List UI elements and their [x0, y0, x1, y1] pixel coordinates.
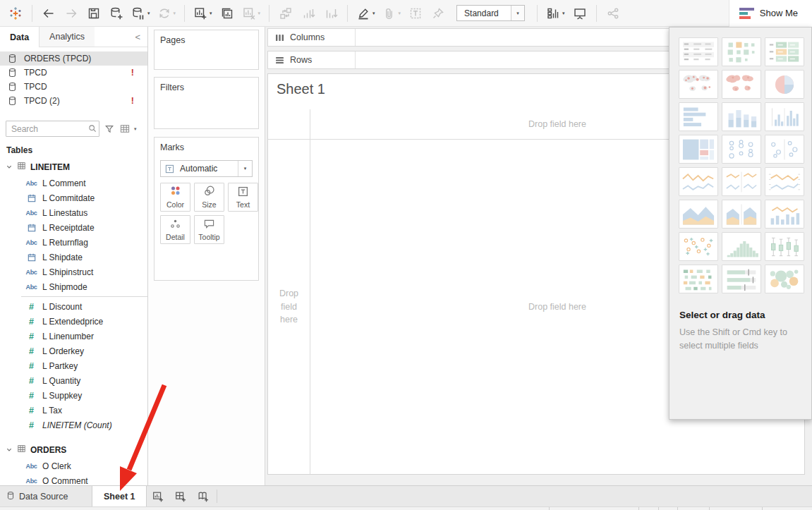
datasource-row[interactable]: TPCD (2) !: [0, 94, 147, 108]
show-me-button[interactable]: Show Me: [729, 0, 812, 27]
showme-stacked-bars-thumbnail[interactable]: [722, 102, 761, 131]
field-row[interactable]: L Shipdate: [0, 250, 147, 265]
field-row[interactable]: # L Extendedprice: [0, 314, 147, 329]
showme-horizontal-bars-thumbnail[interactable]: [679, 102, 718, 131]
presentation-mode-button[interactable]: [571, 3, 589, 24]
showme-pie-chart-thumbnail[interactable]: [765, 70, 804, 99]
field-row[interactable]: L Commitdate: [0, 190, 147, 205]
showme-continuous-area-thumbnail[interactable]: [679, 200, 718, 229]
new-worksheet-button[interactable]: [147, 486, 169, 506]
field-row[interactable]: # L Quantity: [0, 373, 147, 388]
chevron-down-icon: [6, 447, 13, 453]
duplicate-button[interactable]: [218, 3, 236, 24]
showme-treemap-thumbnail[interactable]: [679, 135, 718, 164]
mark-type-dropdown[interactable]: Automatic ▾: [160, 160, 253, 177]
field-row[interactable]: L Receiptdate: [0, 220, 147, 235]
field-row[interactable]: # L Orderkey: [0, 344, 147, 358]
showme-text-table-thumbnail[interactable]: [679, 37, 718, 66]
showme-circle-views-thumbnail[interactable]: [722, 135, 761, 164]
showme-gantt-thumbnail[interactable]: [679, 265, 718, 293]
search-input[interactable]: [6, 121, 99, 137]
showme-highlight-table-thumbnail[interactable]: [765, 37, 804, 66]
field-row[interactable]: # L Linenumber: [0, 329, 147, 344]
status-bar: [0, 506, 812, 510]
collapse-pane-button[interactable]: <: [128, 27, 147, 47]
filters-card[interactable]: Filters: [154, 77, 259, 129]
bottom-tab-bar: Data Source Sheet 1: [0, 485, 812, 506]
tooltip-button[interactable]: Tooltip: [194, 215, 224, 244]
showme-discrete-area-thumbnail[interactable]: [722, 200, 761, 229]
chevron-down-icon: ▾: [562, 11, 565, 16]
measure-field-icon: #: [29, 420, 34, 430]
showme-scatter-plot-thumbnail[interactable]: [679, 232, 718, 261]
field-row[interactable]: # L Tax: [0, 403, 147, 418]
showme-packed-bubbles-thumbnail[interactable]: [765, 265, 804, 293]
showme-dual-lines-thumbnail[interactable]: [765, 167, 804, 196]
toolbar-divider: [184, 5, 185, 22]
tab-data[interactable]: Data: [0, 27, 40, 47]
detail-button[interactable]: Detail: [160, 215, 190, 244]
text-icon: [238, 186, 248, 199]
showme-box-and-whisker-thumbnail[interactable]: [765, 232, 804, 261]
new-worksheet-button[interactable]: ▾: [192, 3, 214, 24]
showme-symbol-map-thumbnail[interactable]: [679, 70, 718, 99]
showme-discrete-lines-thumbnail[interactable]: [722, 167, 761, 196]
chevron-down-icon[interactable]: ▾: [134, 126, 137, 132]
show-hide-cards-button[interactable]: ▾: [545, 3, 566, 24]
undo-button[interactable]: [40, 3, 58, 24]
showme-continuous-lines-thumbnail[interactable]: [679, 167, 718, 196]
datasource-row[interactable]: ORDERS (TPCD) !: [0, 51, 147, 66]
field-row[interactable]: # L Partkey: [0, 358, 147, 373]
showme-dual-combination-thumbnail[interactable]: [765, 200, 804, 229]
showme-heat-map-thumbnail[interactable]: [722, 37, 761, 66]
highlight-button[interactable]: ▾: [355, 3, 377, 24]
size-button[interactable]: Size: [194, 183, 224, 212]
new-story-button[interactable]: [192, 486, 214, 506]
tabbar-divider: [217, 490, 217, 503]
field-row[interactable]: Abc L Shipinstruct: [0, 265, 147, 279]
tableau-logo[interactable]: [6, 3, 25, 24]
field-row[interactable]: Abc O Comment: [0, 473, 147, 485]
chevron-down-icon: [6, 164, 13, 170]
pause-auto-updates-button[interactable]: ▾: [130, 3, 152, 24]
tab-analytics[interactable]: Analytics: [40, 27, 95, 47]
showme-side-by-side-circles-thumbnail[interactable]: [765, 135, 804, 164]
new-dashboard-button[interactable]: [169, 486, 192, 506]
field-row[interactable]: # L Discount: [0, 299, 147, 314]
datasource-row[interactable]: TPCD !: [0, 80, 147, 94]
fit-selector[interactable]: Standard▾: [456, 5, 525, 21]
showme-filled-map-thumbnail[interactable]: [722, 70, 761, 99]
tab-data-source[interactable]: Data Source: [0, 486, 85, 506]
pages-card[interactable]: Pages: [154, 30, 259, 70]
toolbar-divider: [32, 5, 32, 22]
field-row[interactable]: # L Suppkey: [0, 388, 147, 403]
text-button[interactable]: Text: [228, 183, 258, 212]
field-row[interactable]: Abc L Comment: [0, 176, 147, 190]
field-row[interactable]: Abc L Returnflag: [0, 235, 147, 250]
save-button[interactable]: [85, 3, 103, 24]
filter-fields-icon[interactable]: [103, 124, 115, 134]
columns-shelf-label: Columns: [268, 29, 356, 46]
showme-side-by-side-bars-thumbnail[interactable]: [765, 102, 804, 131]
fix-axes-button: [429, 3, 447, 24]
datasource-row[interactable]: TPCD !: [0, 66, 147, 80]
view-options-icon[interactable]: [119, 124, 131, 133]
field-row[interactable]: # LINEITEM (Count): [0, 418, 147, 432]
run-auto-updates-button: ▾: [156, 3, 178, 24]
columns-icon: [275, 34, 284, 42]
field-row[interactable]: Abc L Linestatus: [0, 205, 147, 220]
showme-histogram-thumbnail[interactable]: [722, 232, 761, 261]
sheet-title: Sheet 1: [277, 81, 325, 97]
tab-sheet-1[interactable]: Sheet 1: [92, 486, 147, 506]
showme-bullet-graph-thumbnail[interactable]: [722, 265, 761, 293]
table-header-lineitem[interactable]: LINEITEM: [0, 157, 147, 176]
color-button[interactable]: Color: [160, 183, 190, 212]
dimension-measure-divider: [21, 296, 147, 297]
swap-rows-columns-button: [277, 3, 295, 24]
table-header-orders[interactable]: ORDERS: [0, 439, 147, 459]
drop-zone-left[interactable]: Drop field here: [268, 140, 310, 474]
field-row[interactable]: Abc L Shipmode: [0, 279, 147, 294]
new-data-source-button[interactable]: [107, 3, 126, 24]
share-icon: [606, 6, 620, 20]
field-row[interactable]: Abc O Clerk: [0, 459, 147, 473]
